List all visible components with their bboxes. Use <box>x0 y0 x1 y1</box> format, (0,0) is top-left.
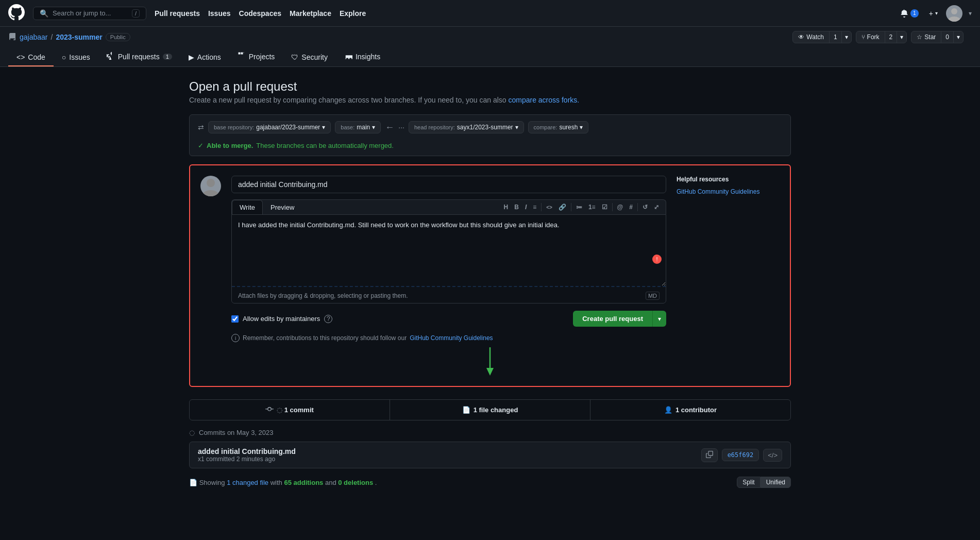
fork-button[interactable]: ⑂ Fork <box>856 31 885 43</box>
compare-branch-selector[interactable]: compare: suresh ▾ <box>528 121 589 133</box>
actions-icon: ▶ <box>189 53 194 61</box>
tab-code[interactable]: <> Code <box>8 49 54 66</box>
nav-marketplace[interactable]: Marketplace <box>290 9 331 18</box>
toolbar-italic[interactable]: I <box>522 202 529 212</box>
star-count[interactable]: 0 <box>941 31 954 43</box>
contributors-stat: 👤 1 contributor <box>590 400 790 420</box>
compare-forks-link[interactable]: compare across forks. <box>508 96 579 104</box>
top-navigation: 🔍 Search or jump to... / Pull requests I… <box>0 0 980 27</box>
commits-stat: ◌ 1 commit <box>190 400 390 420</box>
pr-sidebar: Helpful resources GitHub Community Guide… <box>677 176 780 195</box>
write-tab[interactable]: Write <box>232 200 263 215</box>
merge-status-detail: These branches can be automatically merg… <box>256 142 394 149</box>
tab-insights[interactable]: Insights <box>336 47 388 66</box>
svg-point-2 <box>207 179 215 187</box>
community-guidelines-link[interactable]: GitHub Community Guidelines <box>410 334 493 342</box>
projects-icon <box>238 52 246 61</box>
toolbar-unordered-list[interactable]: ≔ <box>573 202 585 212</box>
user-avatar <box>200 176 221 196</box>
base-repo-selector[interactable]: base repository: gajabaar/2023-summer ▾ <box>208 121 331 133</box>
nav-issues[interactable]: Issues <box>208 9 231 18</box>
remember-bar: i Remember, contributions to this reposi… <box>231 334 666 342</box>
contributor-icon: 👤 <box>664 406 672 414</box>
info-icon: i <box>231 334 240 342</box>
arrow-separator: ← <box>385 122 394 133</box>
preview-tab[interactable]: Preview <box>263 200 302 215</box>
repo-owner-link[interactable]: gajabaar <box>20 33 48 41</box>
pr-title-input[interactable] <box>231 176 666 193</box>
watch-dropdown[interactable]: ▾ <box>842 31 851 43</box>
repo-name-link[interactable]: 2023-summer <box>56 33 102 41</box>
avatar[interactable] <box>946 5 962 22</box>
security-icon: 🛡 <box>291 53 298 61</box>
github-logo[interactable] <box>8 4 25 22</box>
toolbar-ordered-list[interactable]: 1≡ <box>586 202 598 212</box>
tab-security[interactable]: 🛡 Security <box>283 49 336 66</box>
community-guidelines-sidebar-link[interactable]: GitHub Community Guidelines <box>677 188 759 195</box>
star-button[interactable]: ☆ Star <box>911 31 941 43</box>
tab-projects[interactable]: Projects <box>229 47 283 66</box>
svg-point-0 <box>951 8 957 14</box>
editor-header: Write Preview H B I ≡ <> 🔗 <box>231 199 666 214</box>
top-nav-links: Pull requests Issues Codespaces Marketpl… <box>155 9 366 18</box>
help-icon[interactable]: ? <box>324 315 332 323</box>
eye-icon: 👁 <box>798 33 804 41</box>
watch-button[interactable]: 👁 Watch <box>793 31 830 43</box>
commit-actions: e65f692 </> <box>701 448 782 462</box>
nav-explore[interactable]: Explore <box>340 9 366 18</box>
fork-count[interactable]: 2 <box>885 31 898 43</box>
toolbar-undo[interactable]: ↺ <box>640 202 650 212</box>
watch-count[interactable]: 1 <box>830 31 842 43</box>
toolbar-code[interactable]: <> <box>544 203 555 212</box>
commits-icon <box>265 405 274 415</box>
nav-pull-requests[interactable]: Pull requests <box>155 9 200 18</box>
notifications-button[interactable]: 1 <box>898 7 921 20</box>
create-pr-dropdown[interactable]: ▾ <box>653 311 666 327</box>
main-content: Open a pull request Create a new pull re… <box>181 67 799 504</box>
code-icon: <> <box>16 53 25 61</box>
repo-actions: 👁 Watch 1 ▾ ⑂ Fork 2 ▾ ☆ Star <box>792 31 964 43</box>
fork-dropdown[interactable]: ▾ <box>897 31 906 43</box>
split-view-button[interactable]: Split <box>737 477 760 488</box>
attach-text: Attach files by dragging & dropping, sel… <box>238 292 408 299</box>
search-bar[interactable]: 🔍 Search or jump to... / <box>33 7 146 20</box>
toolbar-mention[interactable]: @ <box>615 202 626 212</box>
base-branch-selector[interactable]: base: main ▾ <box>335 121 381 133</box>
pr-badge: 1 <box>163 54 172 60</box>
plus-menu-button[interactable]: + ▾ <box>927 7 940 20</box>
toolbar-sep-3 <box>612 203 613 211</box>
allow-edits-text: Allow edits by maintainers <box>243 315 320 323</box>
compare-icon: ⇄ <box>198 123 204 131</box>
nav-codespaces[interactable]: Codespaces <box>239 9 281 18</box>
tab-actions[interactable]: ▶ Actions <box>180 49 229 66</box>
pr-body-textarea[interactable] <box>232 215 666 287</box>
toolbar-reference[interactable]: # <box>627 202 635 212</box>
toolbar-link[interactable]: 🔗 <box>556 202 569 212</box>
head-repo-selector[interactable]: head repository: sayx1/2023-summer ▾ <box>409 121 524 133</box>
attach-files-bar: Attach files by dragging & dropping, sel… <box>232 289 666 303</box>
form-actions-row: Allow edits by maintainers ? Create pull… <box>231 311 666 327</box>
toolbar-list[interactable]: ≡ <box>530 202 539 212</box>
browse-repo-button[interactable]: </> <box>763 449 782 462</box>
allow-edits-checkbox[interactable] <box>231 315 239 323</box>
toolbar-fullscreen[interactable]: ⤢ <box>651 202 662 212</box>
green-arrow-indicator <box>200 347 780 376</box>
additions-count: 65 additions <box>284 479 323 486</box>
changed-file-link[interactable]: 1 changed file <box>227 479 268 486</box>
commit-hash-button[interactable]: e65f692 <box>722 449 759 461</box>
toolbar-heading[interactable]: H <box>501 202 511 212</box>
toolbar-bold[interactable]: B <box>512 202 521 212</box>
star-dropdown[interactable]: ▾ <box>954 31 963 43</box>
copy-hash-button[interactable] <box>701 448 718 462</box>
tab-code-label: Code <box>28 53 45 61</box>
tab-issues[interactable]: ○ Issues <box>54 49 98 66</box>
toolbar-task-list[interactable]: ☑ <box>599 202 610 212</box>
unified-view-button[interactable]: Unified <box>761 477 791 488</box>
tab-pull-requests[interactable]: Pull requests 1 <box>98 47 180 66</box>
svg-point-1 <box>948 16 960 22</box>
repo-icon <box>8 33 16 41</box>
star-label: Star <box>924 33 936 41</box>
avatar-dropdown[interactable]: ▾ <box>969 10 972 17</box>
dots-separator: ··· <box>398 123 404 131</box>
create-pr-button[interactable]: Create pull request <box>573 311 653 327</box>
